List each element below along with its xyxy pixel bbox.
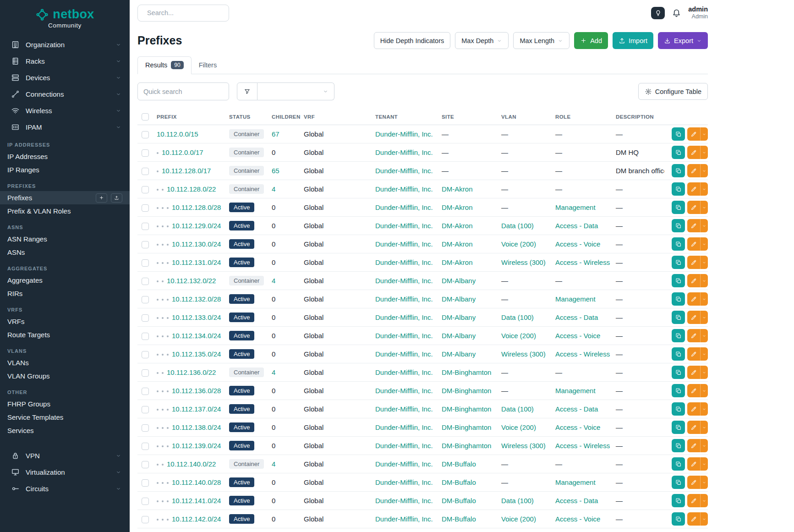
edit-dropdown-button[interactable] (700, 476, 708, 489)
vlan-link[interactable]: Voice (200) (501, 423, 536, 431)
quick-import-button[interactable] (111, 193, 122, 203)
tenant-link[interactable]: Dunder-Mifflin, Inc. (375, 405, 433, 413)
tab-results[interactable]: Results 90 (137, 56, 192, 74)
vlan-link[interactable]: Data (100) (501, 313, 534, 321)
clone-button[interactable] (672, 219, 685, 232)
tenant-link[interactable]: Dunder-Mifflin, Inc. (375, 148, 433, 156)
clone-button[interactable] (672, 439, 685, 452)
prefix-link[interactable]: 10.112.138.0/24 (172, 423, 221, 431)
edit-button[interactable] (687, 237, 700, 251)
prefix-link[interactable]: 10.112.134.0/24 (172, 332, 221, 340)
role-link[interactable]: Access - Data (555, 313, 598, 321)
configure-table-button[interactable]: Configure Table (638, 83, 708, 100)
sidebar-item-organization[interactable]: Organization (0, 36, 130, 53)
vlan-link[interactable]: Wireless (300) (501, 258, 546, 266)
row-checkbox[interactable] (142, 461, 149, 468)
edit-dropdown-button[interactable] (700, 182, 708, 196)
vlan-link[interactable]: Data (100) (501, 405, 534, 413)
row-checkbox[interactable] (142, 424, 149, 432)
edit-button[interactable] (687, 494, 700, 507)
row-checkbox[interactable] (142, 516, 149, 523)
edit-dropdown-button[interactable] (700, 274, 708, 287)
clone-button[interactable] (672, 256, 685, 269)
tenant-link[interactable]: Dunder-Mifflin, Inc. (375, 240, 433, 248)
tenant-link[interactable]: Dunder-Mifflin, Inc. (375, 313, 433, 321)
edit-dropdown-button[interactable] (700, 311, 708, 324)
sidebar-item-rirs[interactable]: RIRs (0, 287, 130, 300)
vlan-link[interactable]: Voice (200) (501, 240, 536, 248)
vlan-link[interactable]: Data (100) (501, 497, 534, 505)
edit-dropdown-button[interactable] (700, 329, 708, 342)
sidebar-item-vlan-groups[interactable]: VLAN Groups (0, 369, 130, 383)
filter-button[interactable] (237, 82, 257, 100)
sidebar-item-racks[interactable]: Racks (0, 53, 130, 69)
row-checkbox[interactable] (142, 259, 149, 267)
row-checkbox[interactable] (142, 168, 149, 175)
children-count-link[interactable]: 4 (272, 277, 275, 285)
clone-button[interactable] (672, 402, 685, 416)
edit-button[interactable] (687, 457, 700, 471)
row-checkbox[interactable] (142, 406, 149, 413)
row-checkbox[interactable] (142, 388, 149, 395)
clone-button[interactable] (672, 311, 685, 324)
tenant-link[interactable]: Dunder-Mifflin, Inc. (375, 350, 433, 358)
edit-dropdown-button[interactable] (700, 439, 708, 452)
sidebar-item-virtualization[interactable]: Virtualization (0, 464, 130, 480)
prefix-link[interactable]: 10.112.137.0/24 (172, 405, 221, 413)
role-link[interactable]: Management (555, 295, 596, 303)
site-link[interactable]: DM-Albany (442, 332, 476, 340)
row-checkbox[interactable] (142, 479, 149, 487)
tab-filters[interactable]: Filters (192, 56, 224, 74)
sidebar-item-asns[interactable]: ASNs (0, 246, 130, 259)
edit-button[interactable] (687, 439, 700, 452)
role-link[interactable]: Management (555, 478, 596, 486)
row-checkbox[interactable] (142, 314, 149, 322)
tenant-link[interactable]: Dunder-Mifflin, Inc. (375, 332, 433, 340)
sidebar-item-connections[interactable]: Connections (0, 86, 130, 102)
sidebar-item-ipam[interactable]: IPAM (0, 119, 130, 135)
max-length-dropdown[interactable]: Max Length (513, 32, 569, 49)
site-link[interactable]: DM-Buffalo (442, 460, 476, 468)
theme-toggle-button[interactable] (651, 7, 665, 19)
notifications-button[interactable] (672, 8, 681, 18)
tenant-link[interactable]: Dunder-Mifflin, Inc. (375, 222, 433, 230)
role-link[interactable]: Access - Wireless (555, 442, 610, 450)
sidebar-item-vlans[interactable]: VLANs (0, 356, 130, 369)
children-count-link[interactable]: 67 (272, 130, 279, 138)
prefix-link[interactable]: 10.112.128.0/22 (167, 185, 216, 193)
row-checkbox[interactable] (142, 296, 149, 303)
clone-button[interactable] (672, 494, 685, 507)
edit-button[interactable] (687, 476, 700, 489)
site-link[interactable]: DM-Binghamton (442, 423, 491, 431)
clone-button[interactable] (672, 292, 685, 306)
sidebar-item-ip-ranges[interactable]: IP Ranges (0, 163, 130, 176)
row-checkbox[interactable] (142, 131, 149, 138)
edit-button[interactable] (687, 512, 700, 526)
vlan-link[interactable]: Wireless (300) (501, 442, 546, 450)
sidebar-item-asn-ranges[interactable]: ASN Ranges (0, 232, 130, 246)
prefix-link[interactable]: 10.112.142.0/24 (172, 515, 221, 523)
row-checkbox[interactable] (142, 223, 149, 230)
max-depth-dropdown[interactable]: Max Depth (455, 32, 509, 49)
prefix-link[interactable]: 10.112.0.0/15 (157, 130, 198, 138)
user-menu[interactable]: admin Admin (688, 5, 708, 21)
brand[interactable]: netbox Community (0, 0, 130, 33)
sidebar-item-ip-addresses[interactable]: IP Addresses (0, 150, 130, 163)
role-link[interactable]: Access - Voice (555, 515, 600, 523)
quick-search-input[interactable] (137, 82, 229, 100)
clone-button[interactable] (672, 182, 685, 196)
edit-button[interactable] (687, 329, 700, 342)
tenant-link[interactable]: Dunder-Mifflin, Inc. (375, 478, 433, 486)
edit-dropdown-button[interactable] (700, 292, 708, 306)
vlan-link[interactable]: Data (100) (501, 222, 534, 230)
global-search-input[interactable] (147, 9, 233, 16)
prefix-link[interactable]: 10.112.136.0/28 (172, 387, 221, 395)
import-button[interactable]: Import (613, 32, 653, 49)
edit-button[interactable] (687, 274, 700, 287)
filter-select[interactable] (257, 82, 334, 100)
edit-dropdown-button[interactable] (700, 164, 708, 177)
edit-dropdown-button[interactable] (700, 494, 708, 507)
sidebar-item-vpn[interactable]: VPN (0, 447, 130, 464)
vlan-link[interactable]: Wireless (300) (501, 350, 546, 358)
row-checkbox[interactable] (142, 333, 149, 340)
